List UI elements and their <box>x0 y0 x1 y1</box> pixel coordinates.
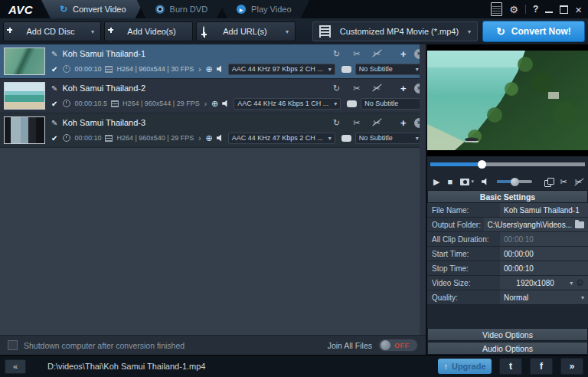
video-title: Koh Samui Thailand-2 <box>62 84 145 93</box>
preview-panel: ▶ ■ ▾ ✂ ✂ Basic Settings File Name: Koh … <box>427 44 588 355</box>
news-icon[interactable] <box>491 2 502 16</box>
speaker-icon[interactable] <box>222 100 230 107</box>
upgrade-button[interactable]: ↑ Upgrade <box>438 359 492 374</box>
target-icon[interactable]: ⊕ <box>206 64 213 74</box>
setting-row-file-name: File Name: Koh Samui Thailand-1 <box>427 203 588 218</box>
video-row-3[interactable]: ✎ Koh Samui Thailand-3 ↻ ✂ ✂ + × ✔ 00:00… <box>0 113 420 148</box>
output-format-select[interactable]: Customized MP4 Movie (*.mp4) ▾ <box>312 21 478 41</box>
clip-icon[interactable]: ✂ <box>353 49 360 59</box>
play-button[interactable]: ▶ <box>433 178 439 186</box>
tab-label: Convert Video <box>73 5 126 14</box>
subtitle-select[interactable]: No Subtitle ▾ <box>361 98 428 110</box>
shutdown-checkbox[interactable] <box>8 340 18 350</box>
dropdown-caret-icon[interactable]: ▾ <box>581 294 584 301</box>
effects-icon[interactable]: ✂ <box>373 49 380 59</box>
facebook-button[interactable]: f <box>530 358 553 375</box>
tab-label: Play Video <box>251 5 291 14</box>
audio-track-select[interactable]: AAC 44 KHz 97 Kbps 2 CH ... ▾ <box>228 64 335 75</box>
seek-handle[interactable] <box>478 160 486 169</box>
codec-icon <box>111 100 119 107</box>
duplicate-icon[interactable] <box>544 178 553 186</box>
edit-title-icon[interactable]: ✎ <box>51 50 57 58</box>
clip-icon[interactable]: ✂ <box>353 118 360 128</box>
effects-icon[interactable]: ✂ <box>373 118 380 128</box>
add-videos-button[interactable]: Add Video(s) <box>104 21 193 41</box>
edit-title-icon[interactable]: ✎ <box>51 84 57 93</box>
video-options-bar[interactable]: Video Options <box>427 328 588 341</box>
volume-slider[interactable] <box>497 180 532 183</box>
help-icon[interactable]: ? <box>533 4 538 15</box>
app-window: AVC ↻ Convert Video Burn DVD ▶ Play Vide… <box>0 0 588 377</box>
row-checkbox[interactable]: ✔ <box>51 65 57 74</box>
row-checkbox[interactable]: ✔ <box>51 100 57 108</box>
add-profile-icon[interactable]: + <box>400 48 407 60</box>
edit-title-icon[interactable]: ✎ <box>51 119 57 127</box>
status-bar: « D:\videos\Thai\Koh Samui Thailand-1.mp… <box>0 355 588 377</box>
clock-icon <box>63 134 70 142</box>
video-preview[interactable] <box>427 44 588 156</box>
folder-icon[interactable] <box>575 221 584 228</box>
close-button[interactable]: × <box>575 4 582 15</box>
filmstrip-icon <box>319 25 331 38</box>
subtitle-select[interactable]: No Subtitle ▾ <box>355 133 423 144</box>
maximize-button[interactable] <box>560 5 568 14</box>
volume-handle[interactable] <box>511 178 519 186</box>
basic-settings-table: File Name: Koh Samui Thailand-1 Output F… <box>427 203 588 305</box>
effects-icon[interactable]: ✂ <box>373 84 380 93</box>
tab-burn-dvd[interactable]: Burn DVD <box>137 0 227 18</box>
add-profile-icon[interactable]: + <box>400 83 407 94</box>
dropdown-caret-icon: ▾ <box>328 135 332 142</box>
trim-icon[interactable]: ✂ <box>560 178 567 186</box>
snapshot-icon[interactable] <box>460 179 469 185</box>
add-urls-button[interactable]: Add URL(s) ▾ <box>196 21 296 41</box>
app-logo: AVC <box>0 0 41 18</box>
dropdown-caret-icon: ▾ <box>416 135 419 142</box>
clip-icon[interactable]: ✂ <box>353 84 360 93</box>
size-settings-gear-icon[interactable]: ⚙ <box>576 278 584 287</box>
video-row-2[interactable]: ✎ Koh Samui Thailand-2 ↻ ✂ ✂ + × ✔ 00:00… <box>0 79 420 113</box>
twitter-button[interactable]: t <box>499 358 522 375</box>
subtitle-select[interactable]: No Subtitle ▾ <box>355 64 423 75</box>
audio-track-select[interactable]: AAC 44 KHz 47 Kbps 2 CH ... ▾ <box>228 133 335 144</box>
audio-options-bar[interactable]: Audio Options <box>427 342 588 355</box>
audio-track-select[interactable]: AAC 44 KHz 46 Kbps 1 CH ... ▾ <box>234 98 341 110</box>
setting-row-video-size: Video Size: 1920x1080 ▾ ⚙ <box>427 276 588 290</box>
add-cd-disc-button[interactable]: Add CD Disc ▾ <box>3 21 101 41</box>
seek-track[interactable] <box>430 162 585 166</box>
rotate-icon[interactable]: ↻ <box>333 49 340 59</box>
speaker-icon[interactable] <box>217 134 224 142</box>
video-row-1[interactable]: ✎ Koh Samui Thailand-1 ↻ ✂ ✂ + × ✔ 00:00… <box>0 44 420 79</box>
tab-play-video[interactable]: ▶ Play Video <box>218 0 309 18</box>
scrollbar[interactable] <box>420 44 426 335</box>
rotate-icon[interactable]: ↻ <box>333 84 340 93</box>
row-checkbox[interactable]: ✔ <box>51 134 57 143</box>
crop-effects-icon[interactable]: ✂ <box>575 178 582 186</box>
play-circle-icon: ▶ <box>237 5 246 14</box>
rotate-icon[interactable]: ↻ <box>333 118 340 128</box>
minimize-button[interactable] <box>545 11 553 13</box>
toggle-state: OFF <box>394 342 410 349</box>
settings-gear-icon[interactable]: ⚙ <box>509 5 518 15</box>
chevron-icon: › <box>198 65 201 74</box>
add-profile-icon[interactable]: + <box>400 117 407 129</box>
duration-text: 00:00:10 <box>74 134 101 142</box>
stop-button[interactable]: ■ <box>447 178 452 186</box>
dropdown-caret-icon[interactable]: ▾ <box>570 280 573 287</box>
collapse-button[interactable]: « <box>5 359 26 374</box>
snapshot-caret-icon[interactable]: ▾ <box>472 179 475 185</box>
target-icon[interactable]: ⊕ <box>211 99 218 109</box>
seek-bar[interactable] <box>427 156 588 172</box>
speaker-icon[interactable] <box>217 65 224 73</box>
convert-now-button[interactable]: ↻ Convert Now! <box>482 21 585 42</box>
codec-text: H264 | 960x540 | 29 FPS <box>116 134 194 142</box>
volume-icon[interactable] <box>482 178 489 185</box>
forward-icon: » <box>570 361 575 372</box>
join-all-files-toggle[interactable]: OFF <box>378 339 418 352</box>
tab-convert-video[interactable]: ↻ Convert Video <box>41 0 145 18</box>
window-controls: ⚙ ? × <box>491 0 582 18</box>
target-icon[interactable]: ⊕ <box>206 133 213 143</box>
video-title: Koh Samui Thailand-3 <box>62 118 145 127</box>
codec-text: H264 | 960x544 | 29 FPS <box>122 100 200 107</box>
seek-progress <box>430 162 482 166</box>
expand-button[interactable]: » <box>560 358 583 375</box>
